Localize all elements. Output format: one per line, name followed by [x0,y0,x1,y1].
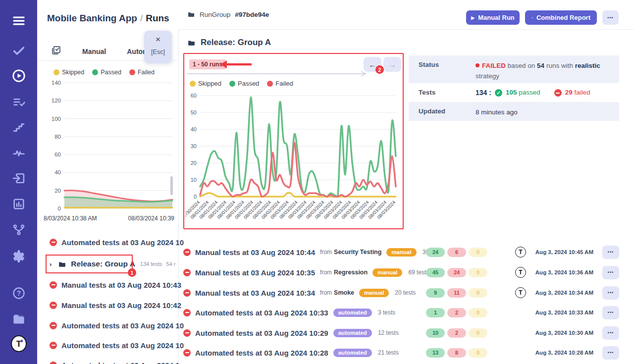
failed-status-icon [50,362,57,364]
svg-text:60: 60 [191,93,197,99]
failed-pill: 11 [447,288,466,298]
reporter-logo: T [515,247,526,258]
svg-text:0: 0 [194,194,197,200]
menu-icon[interactable] [11,13,27,29]
updated-row: Updated 8 minutes ago [409,102,619,121]
help-icon[interactable]: ? [11,285,27,301]
row-more-button[interactable]: ••• [602,266,619,279]
svg-text:100: 100 [52,116,61,122]
play-icon: ▶ [471,15,475,20]
branch-icon[interactable] [11,222,27,238]
run-list-item[interactable]: Manual tests at 03 Aug 2024 10:43 [50,279,181,290]
gear-icon[interactable] [11,248,27,263]
passed-pill: 45 [426,268,445,277]
run-row[interactable]: Manual tests at 03 Aug 2024 10:35 from R… [183,262,624,282]
row-more-button[interactable]: ••• [602,326,619,340]
folder-icon [187,39,196,47]
release-title: Release: Group A [187,38,271,48]
svg-text:80: 80 [54,134,61,140]
run-row[interactable]: Automated tests at 03 Aug 2024 10:33 aut… [183,303,624,322]
run-list-item[interactable]: Automated tests at 03 Aug 2024 10 [50,320,184,331]
row-more-button[interactable]: ••• [602,306,619,319]
skipped-pill: 0 [469,268,487,277]
mini-trend-chart: 0204060801001201408/03/2024 10:38 AM08/0… [43,77,175,221]
failed-status-icon [50,239,57,246]
multi-select-icon[interactable] [51,45,61,57]
header-more-button[interactable]: ••• [602,10,619,25]
failed-status-icon [50,342,57,349]
play-circle-icon[interactable] [11,68,27,84]
check-icon[interactable] [11,43,27,58]
panel-scrollbar[interactable] [170,176,173,195]
svg-text:10: 10 [191,177,197,183]
result-pills: 10 2 0 [426,328,487,338]
tests-row: Tests 134 : ✓ 105 passed 29 failed [409,83,619,102]
run-list-item[interactable]: Automated tests at 03 Aug 2024 10 [50,237,184,248]
list-check-icon[interactable] [11,94,27,110]
runs-panel: Mobile Banking App/Runs Manual Automated… [37,0,179,364]
chevron-right-icon[interactable]: › [50,260,52,268]
run-list-item[interactable]: Manual tests at 03 Aug 2024 10:42 [50,300,181,311]
pulse-icon[interactable] [11,145,27,161]
row-more-button[interactable]: ••• [602,346,619,360]
skipped-pill: 0 [469,348,487,358]
import-icon[interactable] [11,170,27,186]
svg-text:8/03/2024 10:38 AM: 8/03/2024 10:38 AM [44,215,97,221]
svg-text:120: 120 [52,98,61,104]
folder-icon [187,10,195,18]
prev-page-button[interactable]: ← [364,57,381,72]
manual-run-button[interactable]: ▶ Manual Run [466,10,520,25]
logo-nub [21,340,23,342]
passed-pill: 13 [426,348,445,358]
sidebar: ? T [0,0,37,364]
status-row: Status FAILED based on 54 runs with real… [409,55,619,83]
folder-icon [58,260,66,268]
esc-popup: × [Esc] [144,31,172,63]
failed-dot [129,69,135,75]
svg-text:?: ? [17,289,21,297]
app-logo[interactable]: T [11,336,27,352]
failed-pill: 2 [447,328,466,338]
tab-manual[interactable]: Manual [82,48,106,55]
manual-badge: manual [386,248,416,257]
main-header: RunGroup #97bde94e ▶ Manual Run Combined… [178,0,634,30]
runs-chart-legend: Skipped Passed Failed [190,80,293,87]
run-row[interactable]: Manual tests at 03 Aug 2024 10:44 from S… [183,242,624,262]
svg-text:40: 40 [54,169,61,175]
combined-report-button[interactable]: Combined Report [525,10,597,25]
row-more-button[interactable]: ••• [602,286,619,300]
result-pills: 45 24 0 [426,268,487,277]
mini-chart-legend: Skipped Passed Failed [53,69,155,76]
failed-status-icon [183,349,191,357]
run-row[interactable]: Manual tests at 03 Aug 2024 10:34 from S… [183,283,624,303]
failed-pill: 24 [447,268,466,277]
svg-text:40: 40 [191,126,197,132]
row-more-button[interactable]: ••• [602,246,619,259]
failed-status-icon [50,322,57,329]
folder-icon[interactable] [11,311,27,327]
close-icon[interactable]: × [144,35,172,44]
run-group-item[interactable]: › Release: Group A 134 tests 54 r [50,258,175,270]
failed-status-icon [183,289,191,297]
run-row[interactable]: Automated tests at 03 Aug 2024 10:28 aut… [183,343,624,363]
run-row[interactable]: Automated tests at 03 Aug 2024 10:29 aut… [183,323,624,343]
next-page-button[interactable]: → [383,57,401,72]
passed-pill: 10 [426,328,445,338]
run-list-item[interactable]: Automated tests at 03 Aug 2024 10 [50,340,184,351]
svg-text:50: 50 [191,109,197,115]
failed-status-icon [183,249,191,256]
breadcrumb-page: Runs [146,13,169,23]
failed-status-icon [183,329,191,337]
app-window: ? T Mobile Banking App/Runs Manual Autom… [0,0,634,364]
status-panel: Status FAILED based on 54 runs with real… [409,55,619,121]
report-icon[interactable] [11,196,27,212]
failed-pill: 6 [447,248,466,257]
reporter-logo: T [515,267,526,278]
skipped-pill: 0 [469,248,487,257]
passed-pill: 9 [426,288,445,298]
automated-badge: automated [333,309,372,317]
run-list-item[interactable]: Automated tests at 03 Aug 2024 1 [50,360,180,364]
failed-dot [476,63,479,67]
steps-icon[interactable] [11,119,27,135]
breadcrumb-project[interactable]: Mobile Banking App [47,13,137,23]
